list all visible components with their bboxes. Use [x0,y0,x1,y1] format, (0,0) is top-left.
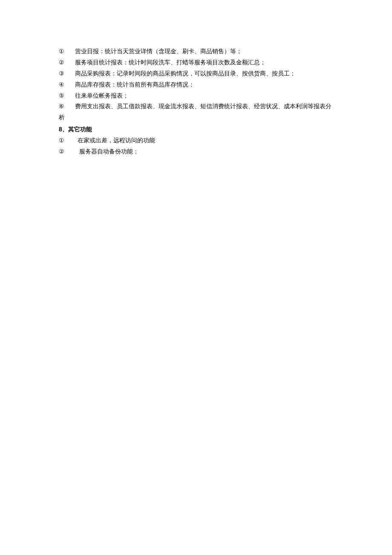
list-item: ① 在家或出差，远程访问的功能 [59,135,341,146]
circled-number-marker: ④ [59,79,75,90]
circled-number-marker: ① [59,135,75,146]
list-item-text: 在家或出差，远程访问的功能 [75,135,341,146]
list-item-text: 往来单位帐务报表； [75,90,341,101]
list-item: ② 服务器自动备份功能； [59,146,341,157]
list-item-text: 商品库存报表：统计当前所有商品库存情况； [75,79,341,90]
list-item: ① 营业日报：统计当天营业详情（含现金、刷卡、商品销售）等； [59,46,341,57]
circled-number-marker: ② [59,57,75,68]
list-item-text: 服务项目统计报表：统计时间段洗车、打蜡等服务项目次数及金额汇总； [75,57,341,68]
list-item: ⑥ 费用支出报表、员工借款报表、现金流水报表、短信消费统计报表、经营状况、成本利… [59,101,341,112]
list-item-text: 商品采购报表：记录时间段的商品采购情况，可以按商品目录、按供货商、按员工； [75,68,341,79]
document-content: ① 营业日报：统计当天营业详情（含现金、刷卡、商品销售）等； ② 服务项目统计报… [59,46,341,157]
list-item-text: 营业日报：统计当天营业详情（含现金、刷卡、商品销售）等； [75,46,341,57]
circled-number-marker: ② [59,146,75,157]
circled-number-marker: ⑥ [59,101,75,112]
list-item: ⑤ 往来单位帐务报表； [59,90,341,101]
section-heading: 8、其它功能 [59,124,341,135]
list-item-text: 服务器自动备份功能； [75,146,341,157]
list-item-continuation: 析 [59,112,341,123]
circled-number-marker: ① [59,46,75,57]
heading-separator: 、 [62,126,68,133]
heading-title: 其它功能 [68,126,92,133]
list-item: ② 服务项目统计报表：统计时间段洗车、打蜡等服务项目次数及金额汇总； [59,57,341,68]
circled-number-marker: ⑤ [59,90,75,101]
list-item: ③ 商品采购报表：记录时间段的商品采购情况，可以按商品目录、按供货商、按员工； [59,68,341,79]
heading-number: 8 [59,126,62,133]
list-item: ④ 商品库存报表：统计当前所有商品库存情况； [59,79,341,90]
circled-number-marker: ③ [59,68,75,79]
list-item-text: 费用支出报表、员工借款报表、现金流水报表、短信消费统计报表、经营状况、成本利润等… [75,101,341,112]
